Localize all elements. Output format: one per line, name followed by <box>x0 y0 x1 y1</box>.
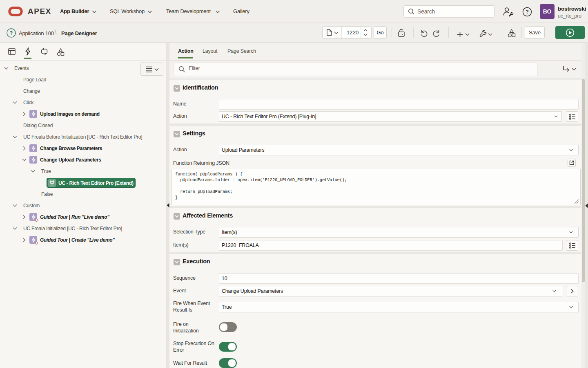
svg-text:?: ? <box>526 9 528 15</box>
